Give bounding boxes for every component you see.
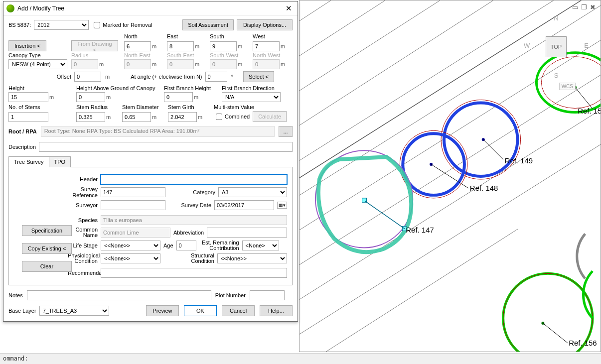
root-rpa-label: Root / RPA <box>8 128 37 134</box>
preview-button[interactable]: Preview <box>146 305 179 316</box>
abbrev-label: Abbreviation <box>173 230 204 236</box>
svg-line-7 <box>300 75 601 284</box>
sg-input[interactable] <box>168 112 197 122</box>
soil-assessment-button[interactable]: Soil Assessment <box>182 19 234 30</box>
wcs-indicator[interactable]: WCS <box>559 83 576 90</box>
doc-restore-icon[interactable]: ❐ <box>581 3 587 11</box>
surveyor-input[interactable] <box>101 200 165 210</box>
display-options-button[interactable]: Display Options... <box>237 19 293 30</box>
nos-input[interactable] <box>8 112 48 122</box>
calculate-button: Calculate <box>253 111 287 122</box>
west-input[interactable] <box>253 41 280 51</box>
specification-button[interactable]: Specification <box>22 225 72 236</box>
clear-button[interactable]: Clear <box>22 261 72 272</box>
recommendations-input[interactable] <box>101 268 287 278</box>
root-rpa-summary: Root Type: None RPA Type: BS Calculated … <box>41 126 275 137</box>
doc-minimize-icon[interactable]: ▭ <box>572 3 578 11</box>
description-input[interactable] <box>39 142 293 152</box>
command-line[interactable]: ommand: <box>0 353 601 364</box>
age-input[interactable] <box>176 241 196 250</box>
ok-button[interactable]: OK <box>184 305 217 316</box>
marked-removal-checkbox[interactable]: Marked for Removal <box>92 20 152 30</box>
header-label: Header <box>68 176 98 182</box>
bs5837-select[interactable]: 2012 <box>34 20 89 30</box>
tab-strip: Tree Survey TPO <box>8 156 293 167</box>
dialog-titlebar[interactable]: Add / Modify Tree ✕ <box>3 1 298 15</box>
canopy-type-select[interactable]: NESW (4 Point) <box>8 59 67 69</box>
svg-line-10 <box>300 229 518 352</box>
plot-number-input[interactable] <box>250 290 285 300</box>
struct-cond-select[interactable]: <<None>> <box>217 253 287 263</box>
fbh-input[interactable] <box>164 92 193 102</box>
ref-label-148: Ref. 148 <box>470 184 498 192</box>
erc-select[interactable]: <None> <box>242 241 279 250</box>
root-rpa-ellipsis-button[interactable]: ... <box>279 126 293 137</box>
close-icon[interactable]: ✕ <box>283 3 295 14</box>
viewcube-n[interactable]: N <box>524 14 589 22</box>
description-label: Description <box>8 144 36 150</box>
survey-date-input[interactable] <box>214 200 274 210</box>
hagoc-input[interactable] <box>76 92 105 102</box>
ne-label: North-East <box>124 52 164 58</box>
ref-label-156: Ref. 156 <box>569 339 597 347</box>
notes-input[interactable] <box>27 290 211 300</box>
struct-cond-label: Structural Condition <box>184 253 214 264</box>
radius-label: Radius <box>71 52 121 58</box>
sw-input <box>210 59 237 69</box>
doc-close-icon[interactable]: ✖ <box>590 3 596 11</box>
at-angle-input[interactable] <box>205 72 227 82</box>
ref-label-149: Ref. 149 <box>505 156 533 165</box>
east-label: East <box>167 33 207 39</box>
drawing-canvas[interactable]: Ref. 149 Ref. 148 Ref. 147 Ref. 15 Ref. … <box>299 0 601 352</box>
help-button[interactable]: Help... <box>260 305 293 316</box>
ne-input <box>124 59 151 69</box>
category-select[interactable]: A3 <box>218 187 287 197</box>
svg-line-2 <box>300 0 548 110</box>
ref-label-147: Ref. 147 <box>406 226 434 234</box>
offset-input[interactable] <box>74 72 101 82</box>
select-button[interactable]: Select < <box>243 71 274 82</box>
viewcube[interactable]: N S W E TOP <box>524 14 589 79</box>
copy-existing-button[interactable]: Copy Existing < <box>22 243 72 254</box>
doc-window-buttons: ▭ ❐ ✖ <box>572 3 596 11</box>
viewcube-top[interactable]: TOP <box>546 36 567 57</box>
fbd-select[interactable]: N/A <box>222 92 281 102</box>
south-input[interactable] <box>210 41 237 51</box>
north-input[interactable] <box>124 41 151 51</box>
common-name-label: Common Name <box>68 227 98 238</box>
sd-label: Stem Diameter <box>122 104 165 110</box>
north-label: North <box>124 33 164 39</box>
abbrev-input[interactable] <box>207 228 287 238</box>
viewcube-e[interactable]: E <box>584 42 589 49</box>
sr-input[interactable] <box>76 112 105 122</box>
nos-label: No. of Stems <box>8 104 73 110</box>
ref-label-15x: Ref. 15 <box>578 107 601 115</box>
viewcube-s[interactable]: S <box>524 72 589 79</box>
life-stage-select[interactable]: <<None>> <box>101 241 160 250</box>
svg-point-13 <box>444 103 518 176</box>
viewcube-w[interactable]: W <box>524 42 530 49</box>
height-input[interactable] <box>8 92 48 102</box>
se-label: South-East <box>167 52 207 58</box>
offset-label: Offset <box>57 74 71 80</box>
tab-tpo[interactable]: TPO <box>49 156 71 167</box>
sr-label: Stem Radius <box>76 104 119 110</box>
cancel-button[interactable]: Cancel <box>222 305 255 316</box>
sd-input[interactable] <box>122 112 151 122</box>
phys-cond-label: Physiological Condition <box>68 253 98 264</box>
plot-number-label: Plot Number <box>215 292 246 298</box>
notes-label: Notes <box>8 292 23 298</box>
phys-cond-select[interactable]: <<None>> <box>101 253 160 263</box>
survey-ref-input[interactable] <box>101 187 165 197</box>
tab-tree-survey[interactable]: Tree Survey <box>8 156 49 167</box>
insertion-button[interactable]: Insertion < <box>8 40 46 51</box>
calendar-icon[interactable]: ▦▾ <box>277 202 287 209</box>
dialog-title: Add / Modify Tree <box>17 5 283 12</box>
nw-input <box>253 59 280 69</box>
header-input[interactable] <box>101 174 287 184</box>
combined-checkbox[interactable]: Combined <box>214 112 250 121</box>
height-label: Height <box>8 85 73 91</box>
base-layer-select[interactable]: 7_TREES_A3 <box>39 306 109 316</box>
recommendations-label: Recommendations <box>68 270 98 276</box>
east-input[interactable] <box>167 41 194 51</box>
